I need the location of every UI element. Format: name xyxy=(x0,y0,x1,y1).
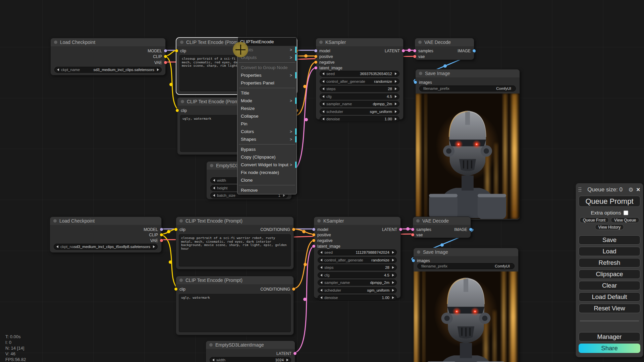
node-save-image-1[interactable]: Save Image images filename_prefixComfyUI xyxy=(415,69,520,220)
ckpt-name-widget[interactable]: ckpt_namesd3_medium_incl_clips.safetenso… xyxy=(54,67,162,73)
load-button[interactable]: Load xyxy=(579,247,640,256)
widget-right-arrow-icon[interactable] xyxy=(283,194,285,197)
widget-left-arrow-icon[interactable] xyxy=(212,359,214,361)
filename-prefix-widget[interactable]: filename_prefixComfyUI xyxy=(417,263,515,269)
menu-item-title[interactable]: Title xyxy=(237,89,297,97)
widget-left-arrow-icon[interactable] xyxy=(213,179,215,182)
seed-widget[interactable]: seed1112879888742024 xyxy=(318,249,397,255)
menu-item-properties[interactable]: Properties> xyxy=(237,71,297,79)
port-clip-out[interactable] xyxy=(164,55,167,58)
collapse-dot[interactable] xyxy=(54,41,57,44)
width-widget[interactable]: width1024 xyxy=(210,357,291,362)
port-conditioning-out[interactable] xyxy=(292,288,295,291)
collapse-dot[interactable] xyxy=(210,164,213,167)
comfyui-canvas[interactable]: Load Checkpoint MODEL CLIP VAE ckpt_name… xyxy=(0,0,644,362)
widget-right-arrow-icon[interactable] xyxy=(392,259,394,261)
widget-right-arrow-icon[interactable] xyxy=(153,245,155,248)
denoise-widget[interactable]: denoise1.00 xyxy=(320,116,399,122)
node-title-bar[interactable]: Load Checkpoint xyxy=(51,38,165,46)
prompt-textarea[interactable]: closeup portrait of a sci-fi warrior rob… xyxy=(179,234,291,266)
gear-icon[interactable]: ⚙ xyxy=(628,186,633,193)
collapse-dot[interactable] xyxy=(418,41,422,44)
menu-item-clone[interactable]: Clone xyxy=(237,176,297,184)
prompt-textarea[interactable]: ugly, watermark xyxy=(179,294,291,332)
view-queue-button[interactable]: View Queue xyxy=(611,217,639,223)
node-empty-sd3-latent-2[interactable]: EmptySD3LatentImage LATENT width1024 hei… xyxy=(206,341,295,362)
clipspace-button[interactable]: Clipspace xyxy=(579,269,640,279)
node-ksampler-2[interactable]: KSampler model positive negative latent_… xyxy=(314,217,401,298)
port-model-in[interactable] xyxy=(314,49,317,52)
widget-left-arrow-icon[interactable] xyxy=(320,266,322,269)
node-title-bar[interactable]: KSampler xyxy=(316,38,403,46)
collapse-dot[interactable] xyxy=(317,219,321,223)
cfg-widget[interactable]: cfg4.5 xyxy=(318,272,397,278)
port-vae-out[interactable] xyxy=(164,61,167,64)
load-default-button[interactable]: Load Default xyxy=(579,292,640,302)
menu-item-fix-node[interactable]: Fix node (recreate) xyxy=(237,169,297,176)
port-latent-out[interactable] xyxy=(402,49,405,52)
port-images-in[interactable] xyxy=(414,81,417,84)
collapse-dot[interactable] xyxy=(319,41,323,44)
port-clip-in[interactable] xyxy=(174,288,177,291)
scheduler-widget[interactable]: schedulersgm_uniform xyxy=(318,287,397,293)
control-after-generate-widget[interactable]: control_after_generaterandomize xyxy=(318,257,397,263)
menu-item-pin[interactable]: Pin xyxy=(237,120,297,128)
widget-left-arrow-icon[interactable] xyxy=(56,245,58,248)
port-negative-in[interactable] xyxy=(314,61,317,64)
port-model-in[interactable] xyxy=(312,228,315,231)
clear-button[interactable]: Clear xyxy=(579,281,640,290)
menu-item-bypass[interactable]: Bypass xyxy=(237,145,297,153)
port-positive-in[interactable] xyxy=(314,55,317,58)
widget-left-arrow-icon[interactable] xyxy=(320,289,322,292)
widget-right-arrow-icon[interactable] xyxy=(395,95,397,98)
widget-left-arrow-icon[interactable] xyxy=(322,103,324,105)
port-samples-in[interactable] xyxy=(411,228,414,231)
filename-prefix-widget[interactable]: filename_prefixComfyUI xyxy=(419,85,516,92)
widget-right-arrow-icon[interactable] xyxy=(286,359,288,361)
denoise-widget[interactable]: denoise1.00 xyxy=(318,295,397,301)
port-model-out[interactable] xyxy=(164,49,167,52)
port-clip-in[interactable] xyxy=(176,109,179,112)
widget-left-arrow-icon[interactable] xyxy=(320,274,322,277)
menu-item-convert-widget-to-input[interactable]: Convert Widget to Input> xyxy=(237,161,297,169)
menu-item-mode[interactable]: Mode> xyxy=(237,97,297,105)
widget-right-arrow-icon[interactable] xyxy=(392,274,394,277)
node-title-bar[interactable]: KSampler xyxy=(314,217,400,225)
port-image-out[interactable] xyxy=(469,228,472,231)
widget-right-arrow-icon[interactable] xyxy=(395,87,397,90)
ckpt-name-widget[interactable]: ckpt_namesd3_medium_incl_clips_t5xxlfp8.… xyxy=(54,244,158,250)
node-title-bar[interactable]: Load Checkpoint xyxy=(50,217,161,225)
share-button[interactable]: Share xyxy=(579,344,640,353)
widget-left-arrow-icon[interactable] xyxy=(322,118,324,120)
widget-left-arrow-icon[interactable] xyxy=(320,259,322,261)
collapse-dot[interactable] xyxy=(417,250,420,254)
widget-left-arrow-icon[interactable] xyxy=(57,68,59,71)
collapse-dot[interactable] xyxy=(209,343,213,347)
widget-left-arrow-icon[interactable] xyxy=(213,187,215,189)
port-negative-in[interactable] xyxy=(312,239,315,242)
collapse-dot[interactable] xyxy=(179,219,183,223)
collapse-dot[interactable] xyxy=(53,219,57,223)
port-conditioning-out[interactable] xyxy=(292,228,295,231)
widget-right-arrow-icon[interactable] xyxy=(392,296,394,299)
widget-right-arrow-icon[interactable] xyxy=(157,68,159,71)
steps-widget[interactable]: steps28 xyxy=(318,264,397,270)
seed-widget[interactable]: seed369376352654012 xyxy=(320,71,399,77)
queue-prompt-button[interactable]: Queue Prompt xyxy=(579,196,640,207)
widget-left-arrow-icon[interactable] xyxy=(213,194,215,197)
view-history-button[interactable]: View History xyxy=(595,224,624,230)
sampler-name-widget[interactable]: sampler_namedpmpp_2m xyxy=(320,101,399,107)
port-latent-image-in[interactable] xyxy=(314,66,317,69)
node-load-checkpoint-1[interactable]: Load Checkpoint MODEL CLIP VAE ckpt_name… xyxy=(50,38,166,75)
collapse-dot[interactable] xyxy=(180,41,183,44)
widget-left-arrow-icon[interactable] xyxy=(320,281,322,284)
port-clip-out[interactable] xyxy=(160,233,163,236)
collapse-dot[interactable] xyxy=(416,219,420,223)
collapse-dot[interactable] xyxy=(179,279,183,282)
close-icon[interactable]: ✕ xyxy=(636,187,640,193)
widget-left-arrow-icon[interactable] xyxy=(320,296,322,299)
menu-item-convert-to-group-node[interactable]: Convert to Group Node xyxy=(237,64,297,71)
widget-left-arrow-icon[interactable] xyxy=(322,80,324,83)
node-load-checkpoint-2[interactable]: Load Checkpoint MODEL CLIP VAE ckpt_name… xyxy=(50,217,162,253)
node-title-bar[interactable]: Save Image xyxy=(416,69,520,77)
